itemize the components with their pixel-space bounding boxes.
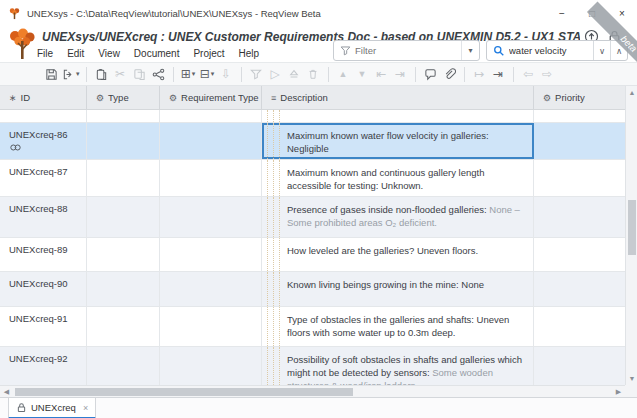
eject-button[interactable]: [285, 64, 304, 84]
column-header-description[interactable]: ≡Description: [262, 86, 534, 109]
column-header-requirement-type[interactable]: ⚙Requirement Type: [160, 86, 262, 109]
minimize-button[interactable]: −: [547, 0, 577, 27]
vertical-scrollbar-thumb[interactable]: [628, 200, 636, 255]
gear-icon: ⚙: [96, 93, 104, 103]
run-button[interactable]: ▷: [266, 64, 285, 84]
type-cell[interactable]: [87, 160, 160, 196]
search-input[interactable]: [509, 45, 593, 56]
menu-file[interactable]: File: [30, 46, 60, 61]
tab-close-icon[interactable]: ×: [83, 403, 88, 413]
scroll-up-icon[interactable]: ▲: [626, 86, 637, 99]
priority-cell[interactable]: [534, 238, 625, 271]
forward-button[interactable]: ⇨: [538, 64, 557, 84]
id-cell[interactable]: UNEXcreq-92: [0, 347, 87, 385]
menu-project[interactable]: Project: [186, 46, 231, 61]
requirement-type-cell[interactable]: [160, 197, 262, 237]
comment-button[interactable]: [421, 64, 440, 84]
id-cell[interactable]: UNEXcreq-87: [0, 160, 87, 196]
tab-unexcreq[interactable]: UNEXcreq ×: [8, 398, 96, 418]
priority-cell[interactable]: [534, 123, 625, 159]
table-row[interactable]: UNEXcreq-89 How leveled are the gallerie…: [0, 238, 625, 272]
menu-help[interactable]: Help: [232, 46, 267, 61]
type-cell[interactable]: [87, 272, 160, 306]
export-button[interactable]: ▾: [61, 64, 81, 84]
tab-label: UNEXcreq: [31, 402, 76, 413]
priority-cell[interactable]: [534, 160, 625, 196]
table-row[interactable]: UNEXcreq-88 Presence of gases inside non…: [0, 197, 625, 238]
priority-cell[interactable]: [534, 272, 625, 306]
description-cell[interactable]: How leveled are the galleries? Uneven fl…: [262, 238, 534, 271]
chain-link-icon: [9, 143, 22, 152]
type-cell[interactable]: [87, 123, 160, 159]
priority-cell[interactable]: [534, 197, 625, 237]
type-cell[interactable]: [87, 307, 160, 346]
scroll-down-icon[interactable]: ▼: [626, 372, 637, 385]
menu-document[interactable]: Document: [127, 46, 187, 61]
move-up-button[interactable]: ▲: [334, 64, 353, 84]
id-cell[interactable]: UNEXcreq-91: [0, 307, 87, 346]
menu-view[interactable]: View: [91, 46, 127, 61]
add-caret-icon: ▾: [192, 70, 196, 78]
filter-rows-button[interactable]: [247, 64, 266, 84]
asterisk-icon: ∗: [9, 93, 17, 103]
search-icon: [493, 45, 505, 57]
requirement-type-cell[interactable]: [160, 272, 262, 306]
add-item-button[interactable]: ⊞▾: [179, 64, 198, 84]
requirement-type-cell[interactable]: [160, 307, 262, 346]
remove-caret-icon: ▾: [211, 70, 215, 78]
cut-button[interactable]: ✂: [111, 64, 130, 84]
attachment-button[interactable]: [440, 64, 459, 84]
delete-button[interactable]: [304, 64, 323, 84]
type-cell[interactable]: [87, 197, 160, 237]
menu-edit[interactable]: Edit: [60, 46, 91, 61]
funnel-icon: [340, 45, 351, 56]
remove-item-button[interactable]: ⊟▾: [198, 64, 217, 84]
table-row[interactable]: UNEXcreq-87 Maximum known and continuous…: [0, 160, 625, 197]
id-cell[interactable]: UNEXcreq-89: [0, 238, 87, 271]
search-next-icon[interactable]: ∨: [593, 41, 610, 60]
horizontal-scrollbar-thumb[interactable]: [15, 388, 353, 396]
priority-cell[interactable]: [534, 347, 625, 385]
priority-cell[interactable]: [534, 307, 625, 346]
back-button[interactable]: ⇦: [519, 64, 538, 84]
table-row[interactable]: UNEXcreq-91 Type of obstacles in the gal…: [0, 307, 625, 347]
req-id: UNEXcreq-89: [0, 238, 86, 255]
export-caret-icon: ▾: [76, 70, 80, 78]
filter-dropdown-caret-icon[interactable]: ▾: [461, 41, 479, 60]
type-cell[interactable]: [87, 238, 160, 271]
column-header-type[interactable]: ⚙Type: [87, 86, 160, 109]
move-down-button[interactable]: ▼: [353, 64, 372, 84]
description-cell[interactable]: Possibility of soft obstacles in shafts …: [262, 347, 534, 385]
table-row[interactable]: UNEXcreq-92 Possibility of soft obstacle…: [0, 347, 625, 385]
type-cell[interactable]: [87, 347, 160, 385]
description-cell[interactable]: Maximum known and continuous gallery len…: [262, 160, 534, 196]
filter-input[interactable]: [355, 45, 461, 56]
filter-box: ▾: [333, 40, 480, 61]
description-cell[interactable]: Known living beings growing in the mine:…: [262, 272, 534, 306]
table-row[interactable]: UNEXcreq-90 Known living beings growing …: [0, 272, 625, 307]
outdent-button[interactable]: ⇤: [372, 64, 391, 84]
sort-button[interactable]: ⇩: [217, 64, 236, 84]
paste-button[interactable]: [92, 64, 111, 84]
requirement-type-cell[interactable]: [160, 123, 262, 159]
column-header-priority[interactable]: ⚙Priority: [534, 86, 625, 109]
save-button[interactable]: [42, 64, 61, 84]
id-cell[interactable]: UNEXcreq-90: [0, 272, 87, 306]
share-links-button[interactable]: [149, 64, 168, 84]
link-from-button[interactable]: ↦: [470, 64, 489, 84]
table-row[interactable]: UNEXcreq-86 Maximum known water flow vel…: [0, 123, 625, 160]
copy-button[interactable]: [130, 64, 149, 84]
description-cell[interactable]: Presence of gases inside non-flooded gal…: [262, 197, 534, 237]
column-header-id[interactable]: ∗ID: [0, 86, 87, 109]
description-cell-selected[interactable]: Maximum known water flow velocity in gal…: [262, 123, 534, 159]
requirement-type-cell[interactable]: [160, 160, 262, 196]
id-cell[interactable]: UNEXcreq-88: [0, 197, 87, 237]
requirement-type-cell[interactable]: [160, 347, 262, 385]
indent-button[interactable]: ⇥: [391, 64, 410, 84]
link-to-button[interactable]: ⇥: [489, 64, 508, 84]
horizontal-scrollbar[interactable]: ◀ ▶: [0, 385, 625, 397]
description-cell[interactable]: Type of obstacles in the galleries and s…: [262, 307, 534, 346]
id-cell[interactable]: UNEXcreq-86: [0, 123, 87, 159]
vertical-scrollbar[interactable]: ▲ ▼: [625, 86, 637, 385]
requirement-type-cell[interactable]: [160, 238, 262, 271]
